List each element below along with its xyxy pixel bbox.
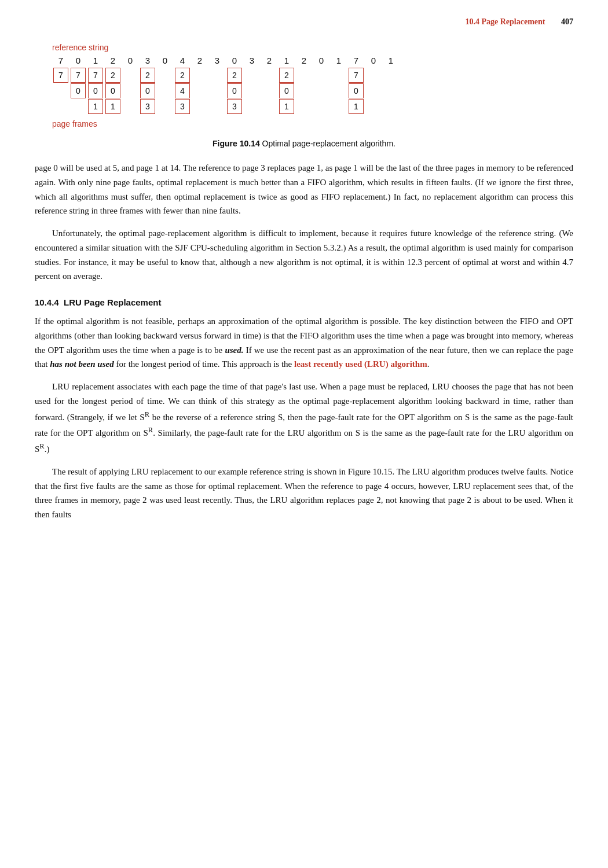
- frame-cell: 0: [349, 83, 364, 98]
- frame-cell: 0: [71, 83, 86, 98]
- frame-cell: 2: [105, 68, 120, 83]
- frame-col: 203: [139, 68, 156, 115]
- ref-num: 0: [69, 56, 87, 65]
- frame-cell: [331, 83, 346, 98]
- frame-cell: [210, 68, 225, 83]
- frame-col: 201: [104, 68, 122, 115]
- frame-cell: [296, 68, 312, 83]
- frame-cell: 1: [279, 99, 294, 114]
- frame-col: 201: [278, 68, 295, 115]
- frame-cell: [244, 99, 259, 114]
- frame-cell: [296, 99, 312, 114]
- frame-cell: [383, 99, 398, 114]
- ref-num: 0: [313, 56, 330, 65]
- frame-col: [261, 68, 278, 115]
- ref-string-row: 70120304230321201701: [52, 56, 400, 65]
- section-number: 10.4: [465, 17, 479, 26]
- frame-cell: 0: [88, 83, 103, 98]
- figure-caption: Figure 10.14 Optimal page-replacement al…: [35, 139, 573, 148]
- ref-num: 0: [156, 56, 174, 65]
- frame-cell: 7: [71, 68, 86, 83]
- ref-num: 4: [174, 56, 191, 65]
- frame-cell: [210, 99, 225, 114]
- frame-cell: 1: [105, 99, 120, 114]
- frame-cell: 7: [349, 68, 364, 83]
- page-number: 407: [561, 17, 573, 26]
- frame-cell: [366, 83, 381, 98]
- frame-cell: [331, 99, 346, 114]
- frame-cell: [192, 99, 207, 114]
- frame-cell: [314, 83, 329, 98]
- frame-col: [313, 68, 330, 115]
- frame-col: 701: [347, 68, 365, 115]
- frame-col: [365, 68, 382, 115]
- body-para-3: If the optimal algorithm is not feasible…: [35, 314, 573, 372]
- frame-cell: 4: [175, 83, 190, 98]
- ref-num: 3: [139, 56, 156, 65]
- frame-cell: [158, 99, 173, 114]
- ref-num: 0: [226, 56, 243, 65]
- frame-cell: 7: [88, 68, 103, 83]
- frame-cell: [366, 99, 381, 114]
- frame-col: [156, 68, 174, 115]
- body-para-4: LRU replacement associates with each pag…: [35, 380, 573, 457]
- frame-cell: [192, 68, 207, 83]
- frame-cell: [262, 68, 277, 83]
- frame-cell: [123, 99, 138, 114]
- frame-cell: [383, 68, 398, 83]
- page-frames-label: page frames: [52, 119, 97, 128]
- ref-num: 0: [365, 56, 382, 65]
- page-header: 10.4 Page Replacement 407: [35, 17, 573, 27]
- para4-text: LRU replacement associates with each pag…: [35, 382, 573, 454]
- frame-col: 203: [226, 68, 243, 115]
- ref-num: 2: [261, 56, 278, 65]
- ref-num: 1: [330, 56, 347, 65]
- frame-cell: 7: [53, 68, 68, 83]
- frame-cell: [158, 83, 173, 98]
- frame-col: [122, 68, 139, 115]
- ref-num: 3: [243, 56, 261, 65]
- frame-col: 7: [52, 68, 69, 115]
- ref-num: 1: [87, 56, 104, 65]
- frame-cell: 2: [140, 68, 155, 83]
- figure-caption-text: Optimal page-replacement algorithm.: [260, 139, 395, 148]
- frame-cell: [53, 83, 68, 98]
- frame-cell: [244, 83, 259, 98]
- frame-cell: 3: [175, 99, 190, 114]
- lru-algorithm-link[interactable]: least recently used (LRU) algorithm: [294, 359, 427, 369]
- frame-col: [330, 68, 347, 115]
- frame-cell: 2: [227, 68, 242, 83]
- frame-cell: [262, 99, 277, 114]
- ref-num: 2: [191, 56, 208, 65]
- para3-end: .: [427, 359, 430, 369]
- frame-cell: [71, 99, 86, 114]
- frame-cell: [158, 68, 173, 83]
- frame-cell: [123, 83, 138, 98]
- frame-cell: [262, 83, 277, 98]
- frame-cell: [244, 68, 259, 83]
- section-title-text: Page Replacement: [481, 17, 545, 26]
- frame-col: 70: [69, 68, 87, 115]
- figure-caption-bold: Figure 10.14: [213, 139, 260, 148]
- frame-cell: [314, 99, 329, 114]
- ref-num: 3: [208, 56, 226, 65]
- frame-col: [382, 68, 400, 115]
- frame-col: [295, 68, 313, 115]
- frame-cell: [53, 99, 68, 114]
- frame-cell: [192, 83, 207, 98]
- section-heading-lru: 10.4.4 LRU Page Replacement: [35, 297, 573, 307]
- ref-num: 7: [347, 56, 365, 65]
- frame-cell: 0: [279, 83, 294, 98]
- frame-cell: [314, 68, 329, 83]
- frame-col: [208, 68, 226, 115]
- frame-cell: [210, 83, 225, 98]
- frame-cell: [383, 83, 398, 98]
- ref-string-label: reference string: [52, 43, 108, 52]
- frame-cell: 3: [140, 99, 155, 114]
- frame-cell: 0: [105, 83, 120, 98]
- ref-num: 1: [382, 56, 400, 65]
- ref-num: 2: [295, 56, 313, 65]
- frame-cell: [296, 83, 312, 98]
- frame-cell: 1: [88, 99, 103, 114]
- frame-cell: 3: [227, 99, 242, 114]
